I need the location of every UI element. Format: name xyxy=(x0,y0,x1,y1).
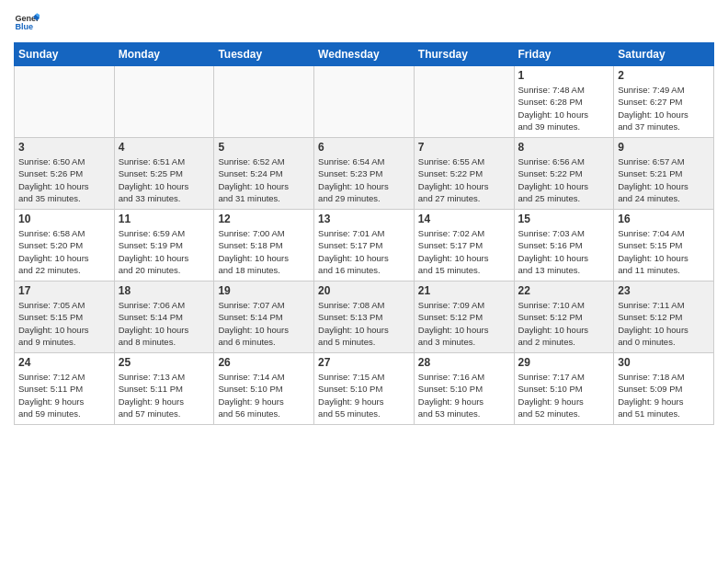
day-info: Sunrise: 6:57 AM Sunset: 5:21 PM Dayligh… xyxy=(618,155,710,204)
calendar-cell: 18Sunrise: 7:06 AM Sunset: 5:14 PM Dayli… xyxy=(114,282,214,353)
weekday-header-thursday: Thursday xyxy=(414,43,514,66)
day-info: Sunrise: 7:49 AM Sunset: 6:27 PM Dayligh… xyxy=(618,84,710,132)
day-info: Sunrise: 7:14 AM Sunset: 5:10 PM Dayligh… xyxy=(218,371,310,419)
weekday-header-saturday: Saturday xyxy=(614,43,714,66)
logo-icon: General Blue xyxy=(14,9,40,35)
calendar-cell xyxy=(214,66,314,138)
calendar-cell: 11Sunrise: 6:59 AM Sunset: 5:19 PM Dayli… xyxy=(114,210,214,282)
day-info: Sunrise: 6:52 AM Sunset: 5:24 PM Dayligh… xyxy=(218,155,310,204)
calendar-cell: 23Sunrise: 7:11 AM Sunset: 5:12 PM Dayli… xyxy=(614,282,714,353)
day-info: Sunrise: 7:02 AM Sunset: 5:17 PM Dayligh… xyxy=(418,227,510,276)
week-row-3: 10Sunrise: 6:58 AM Sunset: 5:20 PM Dayli… xyxy=(15,210,714,282)
day-info: Sunrise: 7:03 AM Sunset: 5:16 PM Dayligh… xyxy=(518,227,610,276)
calendar-cell: 1Sunrise: 7:48 AM Sunset: 6:28 PM Daylig… xyxy=(514,66,614,138)
calendar-cell: 9Sunrise: 6:57 AM Sunset: 5:21 PM Daylig… xyxy=(614,138,714,210)
day-info: Sunrise: 7:06 AM Sunset: 5:14 PM Dayligh… xyxy=(119,299,210,348)
calendar-cell xyxy=(15,66,115,138)
day-number: 9 xyxy=(618,141,710,154)
weekday-header-friday: Friday xyxy=(514,43,614,66)
day-info: Sunrise: 7:01 AM Sunset: 5:17 PM Dayligh… xyxy=(318,227,410,276)
day-number: 28 xyxy=(418,356,510,369)
day-info: Sunrise: 6:56 AM Sunset: 5:22 PM Dayligh… xyxy=(518,155,610,204)
page-container: General Blue SundayMondayTuesdayWednesda… xyxy=(0,0,728,434)
calendar-cell: 6Sunrise: 6:54 AM Sunset: 5:23 PM Daylig… xyxy=(314,138,415,210)
calendar-cell xyxy=(314,66,415,138)
calendar-cell: 5Sunrise: 6:52 AM Sunset: 5:24 PM Daylig… xyxy=(214,138,314,210)
calendar-cell: 27Sunrise: 7:15 AM Sunset: 5:10 PM Dayli… xyxy=(314,353,415,425)
day-info: Sunrise: 7:11 AM Sunset: 5:12 PM Dayligh… xyxy=(618,299,710,348)
week-row-4: 17Sunrise: 7:05 AM Sunset: 5:15 PM Dayli… xyxy=(15,282,714,353)
day-number: 1 xyxy=(518,69,610,82)
day-number: 7 xyxy=(418,141,510,154)
day-number: 22 xyxy=(518,284,610,297)
day-info: Sunrise: 7:05 AM Sunset: 5:15 PM Dayligh… xyxy=(18,299,110,348)
weekday-header-row: SundayMondayTuesdayWednesdayThursdayFrid… xyxy=(15,43,714,66)
weekday-header-sunday: Sunday xyxy=(15,43,115,66)
day-info: Sunrise: 6:59 AM Sunset: 5:19 PM Dayligh… xyxy=(119,227,210,276)
calendar-cell: 3Sunrise: 6:50 AM Sunset: 5:26 PM Daylig… xyxy=(15,138,115,210)
day-number: 4 xyxy=(119,141,210,154)
day-number: 8 xyxy=(518,141,610,154)
calendar-cell: 14Sunrise: 7:02 AM Sunset: 5:17 PM Dayli… xyxy=(414,210,514,282)
calendar-table: SundayMondayTuesdayWednesdayThursdayFrid… xyxy=(14,42,714,425)
day-info: Sunrise: 7:12 AM Sunset: 5:11 PM Dayligh… xyxy=(18,371,110,419)
day-number: 20 xyxy=(318,284,410,297)
weekday-header-tuesday: Tuesday xyxy=(214,43,314,66)
header: General Blue xyxy=(14,9,714,35)
calendar-cell: 22Sunrise: 7:10 AM Sunset: 5:12 PM Dayli… xyxy=(514,282,614,353)
day-number: 6 xyxy=(318,141,410,154)
day-number: 18 xyxy=(119,284,210,297)
week-row-1: 1Sunrise: 7:48 AM Sunset: 6:28 PM Daylig… xyxy=(15,66,714,138)
calendar-cell xyxy=(114,66,214,138)
day-info: Sunrise: 7:08 AM Sunset: 5:13 PM Dayligh… xyxy=(318,299,410,348)
calendar-cell: 4Sunrise: 6:51 AM Sunset: 5:25 PM Daylig… xyxy=(114,138,214,210)
calendar-cell: 16Sunrise: 7:04 AM Sunset: 5:15 PM Dayli… xyxy=(614,210,714,282)
calendar-cell: 29Sunrise: 7:17 AM Sunset: 5:10 PM Dayli… xyxy=(514,353,614,425)
week-row-2: 3Sunrise: 6:50 AM Sunset: 5:26 PM Daylig… xyxy=(15,138,714,210)
day-info: Sunrise: 7:48 AM Sunset: 6:28 PM Dayligh… xyxy=(518,84,610,132)
day-number: 15 xyxy=(518,213,610,225)
calendar-cell: 21Sunrise: 7:09 AM Sunset: 5:12 PM Dayli… xyxy=(414,282,514,353)
day-number: 29 xyxy=(518,356,610,369)
day-info: Sunrise: 7:00 AM Sunset: 5:18 PM Dayligh… xyxy=(218,227,310,276)
calendar-cell: 13Sunrise: 7:01 AM Sunset: 5:17 PM Dayli… xyxy=(314,210,415,282)
day-number: 17 xyxy=(18,284,110,297)
day-number: 10 xyxy=(18,213,110,225)
day-info: Sunrise: 7:10 AM Sunset: 5:12 PM Dayligh… xyxy=(518,299,610,348)
calendar-cell: 24Sunrise: 7:12 AM Sunset: 5:11 PM Dayli… xyxy=(15,353,115,425)
day-info: Sunrise: 7:18 AM Sunset: 5:09 PM Dayligh… xyxy=(618,371,710,419)
day-number: 23 xyxy=(618,284,710,297)
day-number: 16 xyxy=(618,213,710,225)
day-info: Sunrise: 6:54 AM Sunset: 5:23 PM Dayligh… xyxy=(318,155,410,204)
day-number: 14 xyxy=(418,213,510,225)
day-number: 24 xyxy=(18,356,110,369)
day-number: 27 xyxy=(318,356,410,369)
logo: General Blue xyxy=(14,9,40,35)
day-info: Sunrise: 7:16 AM Sunset: 5:10 PM Dayligh… xyxy=(418,371,510,419)
day-info: Sunrise: 6:50 AM Sunset: 5:26 PM Dayligh… xyxy=(18,155,110,204)
day-info: Sunrise: 7:15 AM Sunset: 5:10 PM Dayligh… xyxy=(318,371,410,419)
svg-text:Blue: Blue xyxy=(15,22,33,31)
day-number: 11 xyxy=(119,213,210,225)
calendar-cell: 19Sunrise: 7:07 AM Sunset: 5:14 PM Dayli… xyxy=(214,282,314,353)
calendar-cell: 2Sunrise: 7:49 AM Sunset: 6:27 PM Daylig… xyxy=(614,66,714,138)
day-info: Sunrise: 6:55 AM Sunset: 5:22 PM Dayligh… xyxy=(418,155,510,204)
calendar-cell: 30Sunrise: 7:18 AM Sunset: 5:09 PM Dayli… xyxy=(614,353,714,425)
day-number: 2 xyxy=(618,69,710,82)
calendar-cell: 8Sunrise: 6:56 AM Sunset: 5:22 PM Daylig… xyxy=(514,138,614,210)
day-number: 21 xyxy=(418,284,510,297)
weekday-header-monday: Monday xyxy=(114,43,214,66)
day-number: 19 xyxy=(218,284,310,297)
day-info: Sunrise: 6:51 AM Sunset: 5:25 PM Dayligh… xyxy=(119,155,210,204)
day-info: Sunrise: 7:04 AM Sunset: 5:15 PM Dayligh… xyxy=(618,227,710,276)
calendar-cell: 17Sunrise: 7:05 AM Sunset: 5:15 PM Dayli… xyxy=(15,282,115,353)
day-number: 5 xyxy=(218,141,310,154)
calendar-cell: 20Sunrise: 7:08 AM Sunset: 5:13 PM Dayli… xyxy=(314,282,415,353)
day-number: 3 xyxy=(18,141,110,154)
day-info: Sunrise: 7:09 AM Sunset: 5:12 PM Dayligh… xyxy=(418,299,510,348)
calendar-cell: 12Sunrise: 7:00 AM Sunset: 5:18 PM Dayli… xyxy=(214,210,314,282)
day-number: 26 xyxy=(218,356,310,369)
weekday-header-wednesday: Wednesday xyxy=(314,43,415,66)
week-row-5: 24Sunrise: 7:12 AM Sunset: 5:11 PM Dayli… xyxy=(15,353,714,425)
calendar-cell: 10Sunrise: 6:58 AM Sunset: 5:20 PM Dayli… xyxy=(15,210,115,282)
